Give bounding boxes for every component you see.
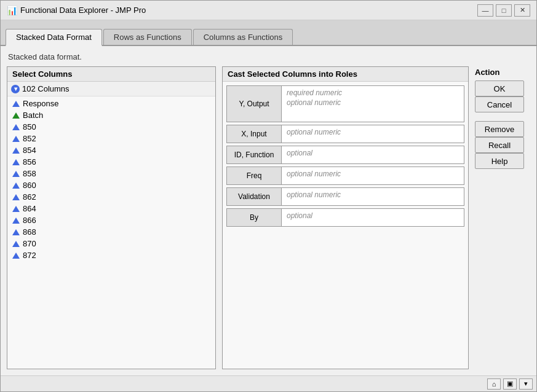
tab-rows-as-functions[interactable]: Rows as Functions: [103, 29, 192, 45]
main-window: 📊 Functional Data Explorer - JMP Pro — □…: [0, 0, 537, 392]
list-item[interactable]: 850: [7, 121, 215, 133]
role-value-y-output[interactable]: required numericoptional numeric: [282, 85, 464, 122]
blue-triangle-icon: [12, 123, 20, 131]
list-item[interactable]: 858: [7, 168, 215, 179]
maximize-button[interactable]: □: [496, 4, 512, 17]
app-icon: 📊: [7, 6, 17, 15]
column-label: 852: [23, 134, 36, 143]
role-value-text: optional numeric: [287, 128, 459, 136]
column-label: 856: [23, 157, 36, 167]
action-title: Action: [475, 66, 530, 78]
list-item[interactable]: 872: [7, 249, 215, 261]
tab-columns-as-functions[interactable]: Columns as Functions: [193, 29, 293, 45]
cast-roles-rows: Y, Outputrequired numericoptional numeri…: [223, 82, 468, 369]
column-label: 870: [23, 239, 36, 248]
action-spacer: [475, 112, 530, 121]
cast-row-freq: Freqoptional numeric: [226, 167, 464, 185]
column-label: 858: [23, 169, 36, 178]
blue-triangle-icon: [12, 159, 20, 166]
title-bar: 📊 Functional Data Explorer - JMP Pro — □…: [1, 1, 536, 20]
blue-triangle-icon: [12, 170, 20, 178]
column-label: 860: [23, 181, 36, 190]
column-label: Response: [23, 99, 59, 108]
green-triangle-icon: [12, 112, 20, 119]
list-item[interactable]: 860: [7, 179, 215, 191]
cast-row-by: Byoptional: [226, 208, 464, 227]
role-value-by[interactable]: optional: [282, 208, 464, 227]
columns-header: ▾ 102 Columns: [7, 82, 215, 96]
select-columns-panel: Select Columns ▾ 102 Columns ResponseBat…: [7, 66, 216, 369]
column-label: 864: [23, 204, 36, 213]
close-button[interactable]: ✕: [514, 4, 530, 17]
role-value-validation[interactable]: optional numeric: [282, 187, 464, 206]
cast-row-x-input: X, Inputoptional numeric: [226, 125, 464, 143]
role-value-text: required numeric: [287, 88, 459, 97]
main-area: Select Columns ▾ 102 Columns ResponseBat…: [7, 66, 530, 369]
cast-roles-title: Cast Selected Columns into Roles: [223, 67, 468, 82]
minimize-button[interactable]: —: [477, 4, 493, 17]
role-button-x-input[interactable]: X, Input: [226, 125, 282, 143]
select-columns-title: Select Columns: [7, 67, 215, 82]
help-button[interactable]: Help: [475, 153, 524, 169]
blue-triangle-icon: [12, 135, 20, 143]
role-button-freq[interactable]: Freq: [226, 167, 282, 185]
content-area: Stacked data format. Select Columns ▾ 10…: [1, 46, 536, 375]
cast-roles-panel: Cast Selected Columns into Roles Y, Outp…: [222, 66, 469, 369]
list-item[interactable]: Response: [7, 98, 215, 109]
column-label: 850: [23, 122, 36, 131]
list-item[interactable]: 864: [7, 203, 215, 214]
role-value-text: optional numeric: [287, 98, 459, 107]
subtitle-text: Stacked data format.: [7, 52, 530, 61]
ok-button[interactable]: OK: [475, 80, 524, 96]
blue-triangle-icon: [12, 217, 20, 224]
tabs-bar: Stacked Data Format Rows as Functions Co…: [1, 20, 536, 46]
blue-triangle-icon: [12, 205, 20, 213]
list-item[interactable]: 870: [7, 238, 215, 249]
list-item[interactable]: 856: [7, 156, 215, 168]
title-bar-left: 📊 Functional Data Explorer - JMP Pro: [7, 6, 146, 15]
list-item[interactable]: 868: [7, 226, 215, 238]
role-value-x-input[interactable]: optional numeric: [282, 125, 464, 143]
menu-icon[interactable]: ▾: [519, 378, 533, 390]
role-button-by[interactable]: By: [226, 208, 282, 227]
column-label: 854: [23, 146, 36, 155]
cancel-button[interactable]: Cancel: [475, 96, 524, 112]
column-label: Batch: [23, 111, 43, 120]
cast-row-validation: Validationoptional numeric: [226, 187, 464, 206]
role-value-text: optional numeric: [287, 170, 459, 178]
status-bar: ⌂ ▣ ▾: [1, 375, 536, 391]
cast-row-y-output: Y, Outputrequired numericoptional numeri…: [226, 85, 464, 122]
role-value-freq[interactable]: optional numeric: [282, 167, 464, 185]
role-button-validation[interactable]: Validation: [226, 187, 282, 206]
cast-row-id-function: ID, Functionoptional: [226, 146, 464, 164]
list-item[interactable]: 852: [7, 133, 215, 144]
blue-triangle-icon: [12, 229, 20, 236]
list-item[interactable]: Batch: [7, 109, 215, 121]
remove-button[interactable]: Remove: [475, 121, 524, 137]
window-title: Functional Data Explorer - JMP Pro: [20, 6, 146, 15]
role-button-id-function[interactable]: ID, Function: [226, 146, 282, 164]
tab-stacked-data-format[interactable]: Stacked Data Format: [6, 29, 102, 46]
collapse-icon[interactable]: ▾: [11, 85, 20, 93]
role-value-text: optional: [287, 149, 459, 157]
list-item[interactable]: 854: [7, 144, 215, 156]
role-value-id-function[interactable]: optional: [282, 146, 464, 164]
role-value-text: optional: [287, 211, 459, 220]
action-buttons: OKCancelRemoveRecallHelp: [475, 80, 530, 169]
column-label: 872: [23, 251, 36, 260]
role-button-y-output[interactable]: Y, Output: [226, 85, 282, 122]
action-panel: Action OKCancelRemoveRecallHelp: [475, 66, 530, 369]
window-icon[interactable]: ▣: [503, 378, 517, 390]
list-item[interactable]: 862: [7, 191, 215, 203]
column-label: 862: [23, 192, 36, 202]
blue-triangle-icon: [12, 194, 20, 201]
list-item[interactable]: 866: [7, 214, 215, 226]
column-label: 866: [23, 216, 36, 225]
recall-button[interactable]: Recall: [475, 137, 524, 153]
columns-list[interactable]: ResponseBatch850852854856858860862864866…: [7, 96, 215, 369]
home-icon[interactable]: ⌂: [487, 378, 501, 390]
column-label: 868: [23, 227, 36, 237]
columns-count: 102 Columns: [22, 84, 70, 93]
blue-triangle-icon: [12, 252, 20, 259]
role-value-text: optional numeric: [287, 190, 459, 199]
